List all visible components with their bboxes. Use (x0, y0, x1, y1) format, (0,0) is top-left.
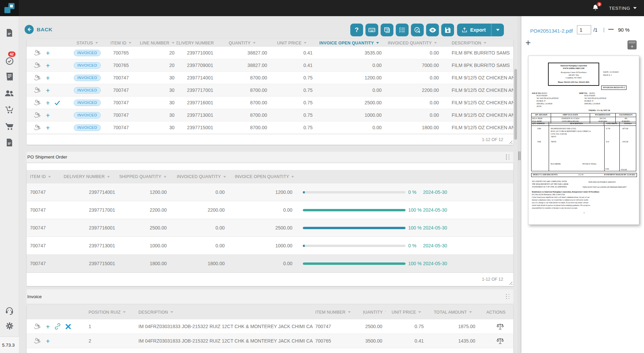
section-drag-handle[interactable] (506, 294, 509, 299)
column-header-total-amount[interactable]: TOTAL AMOUNT (427, 305, 479, 319)
headset-icon (5, 307, 14, 315)
column-header-description[interactable]: DESCRIPTION (441, 39, 513, 47)
add-icon[interactable]: + (46, 99, 50, 106)
column-header-item-number[interactable]: ITEM NUMBER (315, 305, 363, 319)
help-button[interactable]: ? (350, 24, 363, 36)
progress-percent: 100 % (406, 219, 422, 237)
export-button[interactable]: Export (457, 27, 491, 33)
sort-caret-icon (304, 42, 307, 44)
column-header-delivery-number[interactable]: DELIVERY NUMBER (176, 39, 215, 47)
table-footer: 1-12 OF 12 (27, 134, 513, 145)
column-header-invoiced-quantity[interactable]: INVOICED QUANTITY (384, 39, 441, 47)
preview-button[interactable] (426, 24, 439, 36)
approvals-badge: 42 (8, 51, 15, 57)
table-row[interactable]: + INVOICED 700765 20 2397710001 38827.00… (27, 47, 513, 59)
pdf-line2-total: 1435.00 (622, 141, 628, 143)
column-header-invoice-open-quantity[interactable]: INVOICE OPEN QUANTITY (235, 170, 302, 183)
table-row[interactable]: 700747 2397716001 2500.00 0.00 2500.00 1… (27, 219, 513, 237)
progress-bar (303, 245, 406, 247)
table-row[interactable]: 700747 2397713001 1000.00 0.00 1000.00 0… (27, 237, 513, 255)
table-row[interactable]: + INVOICED 700747 30 2397716001 8700.00 … (27, 97, 513, 109)
column-header-status[interactable]: STATUS (70, 39, 104, 47)
add-icon[interactable]: + (46, 87, 50, 94)
panel-resize-handle[interactable] (518, 151, 520, 160)
table-resize-handle[interactable] (509, 281, 512, 285)
sidebar-item-add-to-cart[interactable] (0, 103, 19, 116)
add-icon[interactable]: + (46, 124, 50, 131)
pdf-filename-link[interactable]: PO#2051341-2.pdf (530, 28, 573, 34)
money-hand-icon (33, 323, 41, 330)
column-header-unit-price[interactable]: UNIT PRICE (386, 305, 427, 319)
column-header-unit-price[interactable]: UNIT PRICE (269, 39, 315, 47)
column-header-description[interactable]: DESCRIPTION (138, 305, 315, 319)
money-hand-icon (33, 49, 41, 56)
add-icon[interactable]: + (46, 323, 50, 330)
invoice-header: POSITION RUIZ DESCRIPTION ITEM NUMBER QU… (27, 305, 513, 319)
add-icon[interactable]: + (46, 112, 50, 119)
table-row[interactable]: + INVOICED 700747 30 2397717001 8700.00 … (27, 84, 513, 97)
sidebar-item-files[interactable] (0, 136, 19, 149)
column-header-delivery-number[interactable]: DELIVERY NUMBER (64, 170, 119, 183)
sidebar-item-settings[interactable] (0, 319, 19, 332)
column-header-quantity[interactable]: QUANTITY (363, 305, 386, 319)
column-header-item-id[interactable]: ITEM ID (30, 170, 64, 183)
keyboard-shortcuts-button[interactable] (365, 24, 378, 36)
layout-panels-button[interactable] (381, 24, 393, 36)
add-icon[interactable]: + (46, 74, 50, 81)
checklist-button[interactable] (396, 24, 409, 36)
delivery-date: 2024-05-30 (422, 183, 513, 201)
approve-add-button[interactable] (411, 24, 424, 36)
scrollbar-thumb[interactable] (514, 69, 517, 140)
page-number-input[interactable] (577, 25, 591, 34)
close-icon[interactable] (65, 324, 71, 329)
zoom-out-button[interactable]: — (608, 26, 614, 32)
sidebar-item-approvals[interactable]: 42 (0, 54, 19, 68)
table-row[interactable]: 700747 2397715001 1800.00 1800.00 0.00 1… (27, 255, 513, 273)
column-header-line-number[interactable]: LINE NUMBER (138, 39, 176, 47)
column-header-quantity[interactable]: QUANTITY (215, 39, 269, 47)
user-menu[interactable]: TESTING (609, 6, 637, 11)
column-header-actions[interactable]: ACTIONS (479, 305, 513, 319)
table-row[interactable]: + INVOICED 700765 20 2397709001 38827.00… (27, 59, 513, 72)
table-resize-handle[interactable] (509, 140, 512, 144)
add-page-button[interactable]: + (627, 40, 637, 49)
table-row[interactable]: + 1 IM 04FRZ03031833 JOB-215322 RUIZ 12C… (27, 319, 513, 334)
notifications-button[interactable]: 9 (591, 4, 600, 12)
sidebar-item-cart[interactable] (0, 119, 19, 133)
save-button[interactable] (441, 24, 454, 36)
scales-icon[interactable] (496, 323, 504, 330)
column-header-invoiced-quantity[interactable]: INVOICED QUANTITY (177, 170, 235, 183)
table-row[interactable]: + INVOICED 700747 30 2397713001 8700.00 … (27, 109, 513, 121)
column-header-invoice-open-quantity[interactable]: INVOICE OPEN QUANTITY (315, 39, 384, 47)
table-row[interactable]: + INVOICED 700747 30 2397714001 8700.00 … (27, 72, 513, 84)
table-row[interactable]: + INVOICED 700747 30 2397715001 8700.00 … (27, 121, 513, 134)
table-row[interactable]: 700747 2397714001 1200.00 0.00 1200.00 0… (27, 183, 513, 201)
column-header-shipped-quantity[interactable]: SHIPPED QUANTITY (119, 170, 177, 183)
export-options-button[interactable] (491, 24, 504, 36)
sidebar-item-documents[interactable] (0, 26, 19, 40)
table-row[interactable]: 700747 2397717001 2200.00 2200.00 0.00 1… (27, 201, 513, 219)
pdf-page-preview[interactable]: American Packaging Corporation WWW.AMPKC… (528, 56, 639, 225)
pdf-certification: WE CERTIFY WE ARE COMPLYING WITH THE REQ… (532, 180, 568, 188)
sidebar-item-support[interactable] (0, 304, 19, 317)
table-row[interactable]: + 2 IM 04FRZ03031833 JOB-215322 RUIZ 12C… (27, 334, 513, 348)
column-header-item-id[interactable]: ITEM ID (104, 39, 138, 47)
caret-down-icon (496, 29, 500, 31)
sidebar-item-users[interactable] (0, 87, 19, 100)
add-icon[interactable]: + (46, 62, 50, 69)
back-button[interactable]: BACK (25, 25, 53, 34)
add-icon[interactable]: + (46, 49, 50, 57)
notification-badge: 9 (596, 1, 602, 7)
progress-percent: 100 % (406, 201, 422, 219)
section-drag-handle[interactable] (506, 154, 509, 160)
document-icon (6, 138, 13, 147)
column-header-position[interactable]: POSITION RUIZ (89, 305, 138, 319)
zoom-in-button[interactable]: + (525, 38, 531, 47)
keyboard-icon (368, 26, 376, 34)
sort-caret-icon (469, 311, 472, 313)
link-icon[interactable] (54, 323, 61, 330)
add-icon[interactable]: + (46, 338, 50, 345)
sidebar-item-invoices[interactable] (0, 70, 19, 83)
app-logo[interactable] (0, 0, 19, 16)
scales-icon[interactable] (496, 338, 504, 344)
